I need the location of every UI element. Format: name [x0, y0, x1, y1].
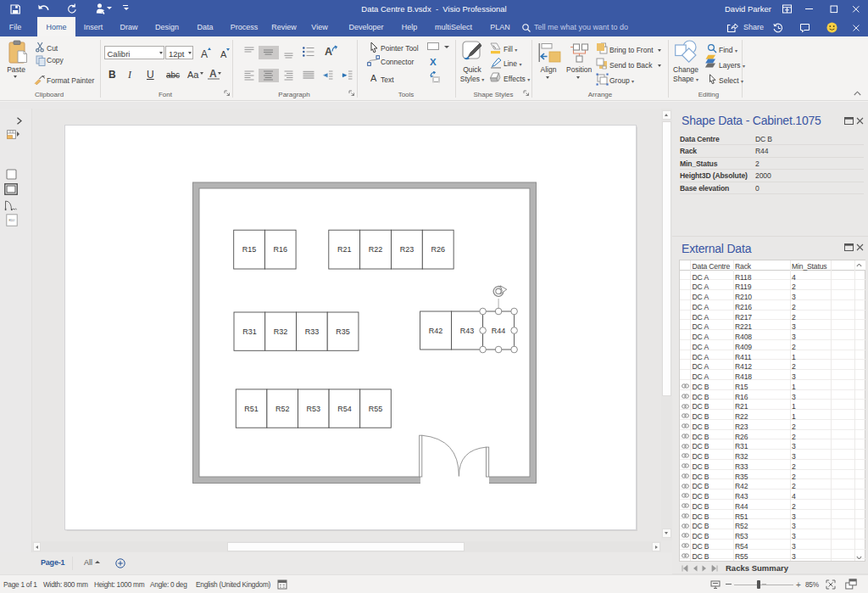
svg-text:R52: R52	[275, 405, 290, 413]
svg-text:R33: R33	[305, 327, 320, 336]
svg-text:R32: R32	[274, 327, 288, 336]
svg-text:R23: R23	[400, 245, 415, 254]
svg-text:R15: R15	[242, 245, 257, 254]
svg-text:R44: R44	[492, 327, 506, 335]
svg-text:R26: R26	[431, 245, 445, 254]
svg-text:R16: R16	[274, 245, 288, 254]
svg-text:R53: R53	[307, 405, 321, 413]
svg-text:R21: R21	[337, 245, 352, 254]
svg-text:R10#: R10#	[8, 219, 15, 222]
svg-text:R51: R51	[244, 405, 259, 413]
svg-text:R54: R54	[337, 405, 352, 413]
svg-text:R31: R31	[242, 327, 257, 336]
svg-text:R42: R42	[429, 327, 443, 335]
svg-text:R35: R35	[336, 327, 350, 336]
svg-text:R43: R43	[460, 327, 475, 335]
svg-text:R22: R22	[369, 245, 383, 254]
svg-text:R55: R55	[369, 405, 383, 413]
